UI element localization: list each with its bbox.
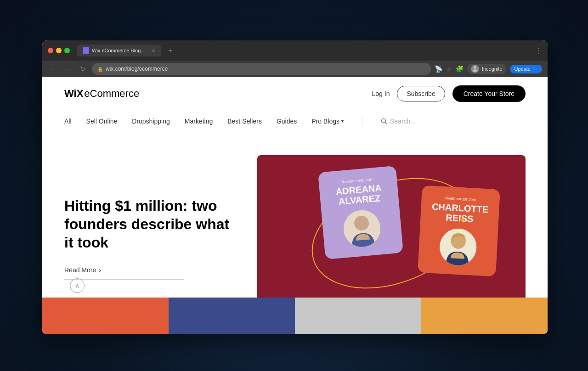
read-more-label: Read More [64,266,96,274]
bottom-thumbnails [42,298,548,334]
traffic-lights [48,48,70,53]
pro-blogs-label: Pro Blogs [311,118,339,125]
update-label: Update [514,66,531,72]
logo-ecommerce-text: eCommerce [84,88,139,100]
nav-item-best-sellers[interactable]: Best Sellers [227,118,262,125]
scroll-up-button[interactable]: ∧ [70,278,85,293]
card-container: lovehershop.com ADREANAALVAREZ [257,155,526,311]
nav-divider [362,117,362,126]
lock-icon: 🔒 [97,67,103,72]
incognito-avatar [471,65,479,73]
nav-item-pro-blogs[interactable]: Pro Blogs ▾ [311,118,344,125]
nav-item-all[interactable]: All [64,118,72,125]
close-window-button[interactable] [48,48,53,53]
featured-article-left: Hitting $1 million: two founders describ… [64,187,239,280]
extensions-icon[interactable]: 🧩 [456,65,464,73]
incognito-badge: Incognito [467,64,506,74]
read-more-link[interactable]: Read More › [64,266,184,280]
card-charlotte-avatar [439,228,477,266]
featured-article-image: lovehershop.com ADREANAALVAREZ [257,155,526,311]
create-store-button[interactable]: Create Your Store [452,85,526,102]
update-button[interactable]: Update ⋮ [510,65,542,73]
browser-tab-bar: Wix eCommerce Blog | eComm... ✕ + ⋮ [42,40,548,61]
pro-blogs-chevron-icon: ▾ [341,118,344,124]
charlotte-person-svg [439,228,477,266]
card-adreana-avatar [342,209,382,249]
adreana-person-svg [342,209,382,249]
svg-point-1 [473,69,477,72]
tab-favicon [83,47,89,54]
nav-right-actions: 📡 ☆ 🧩 Incognito Update ⋮ [435,64,542,74]
svg-point-0 [474,66,476,69]
nav-item-guides[interactable]: Guides [277,118,297,125]
back-button[interactable]: ← [48,63,59,74]
reload-button[interactable]: ↻ [77,63,88,74]
card-adreana-name: ADREANAALVAREZ [335,183,383,207]
search-placeholder: Search... [390,118,416,125]
url-bar[interactable]: 🔒 wix.com/blog/ecommerce [92,63,431,75]
card-charlotte-site: viviefmargot.com [445,196,476,202]
thumbnail-3[interactable] [295,298,421,334]
site-logo[interactable]: WiX eCommerce [64,88,139,100]
nav-search[interactable]: Search... [381,118,416,125]
page-content: WiX eCommerce Log In Subscribe Create Yo… [42,77,548,334]
card-adreana-site: lovehershop.com [342,177,373,184]
tab-close-icon[interactable]: ✕ [152,48,155,53]
logo-wix-text: WiX [64,88,83,100]
maximize-window-button[interactable] [64,48,70,53]
chevron-up-icon: ∧ [75,282,79,289]
update-menu-icon: ⋮ [532,66,537,72]
card-charlotte: viviefmargot.com CHARLOTTEREISS [418,186,500,277]
tab-title: Wix eCommerce Blog | eComm... [92,48,147,53]
subscribe-button[interactable]: Subscribe [397,86,445,101]
read-more-arrow-icon: › [99,266,101,274]
article-title: Hitting $1 million: two founders describ… [64,197,239,252]
thumbnail-2[interactable] [169,298,295,334]
site-header: WiX eCommerce Log In Subscribe Create Yo… [42,77,548,110]
url-text: wix.com/blog/ecommerce [106,66,168,72]
nav-item-dropshipping[interactable]: Dropshipping [132,118,170,125]
thumbnail-1[interactable] [42,298,169,334]
incognito-label: Incognito [482,66,503,72]
browser-window: Wix eCommerce Blog | eComm... ✕ + ⋮ ← → … [42,40,548,334]
cast-icon[interactable]: 📡 [435,65,442,73]
minimize-window-button[interactable] [56,48,62,53]
search-icon [381,118,387,124]
browser-navigation-bar: ← → ↻ 🔒 wix.com/blog/ecommerce 📡 ☆ 🧩 Inc… [42,61,548,77]
nav-item-marketing[interactable]: Marketing [185,118,213,125]
browser-menu-icon[interactable]: ⋮ [535,46,542,55]
forward-button[interactable]: → [62,63,74,74]
site-nav: All Sell Online Dropshipping Marketing B… [42,110,548,132]
header-actions: Log In Subscribe Create Your Store [372,85,526,102]
star-decoration: ✦ [459,215,466,225]
active-tab[interactable]: Wix eCommerce Blog | eComm... ✕ [77,45,161,56]
nav-item-sell-online[interactable]: Sell Online [86,118,118,125]
svg-line-3 [385,122,387,124]
thumbnail-4[interactable] [421,298,548,334]
login-button[interactable]: Log In [372,90,390,97]
card-adreana: lovehershop.com ADREANAALVAREZ [318,166,403,259]
bookmark-icon[interactable]: ☆ [446,65,452,73]
new-tab-button[interactable]: + [168,46,172,55]
